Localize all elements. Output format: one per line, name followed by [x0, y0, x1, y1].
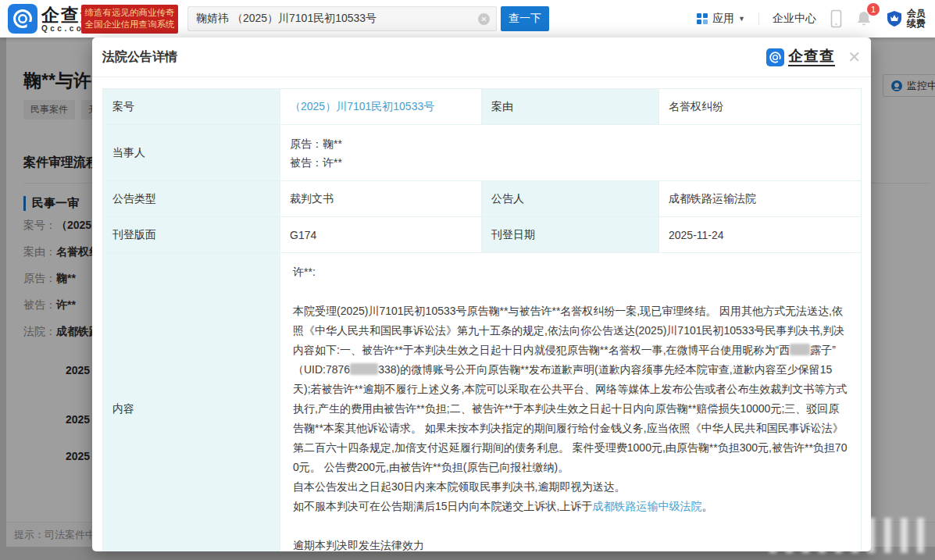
notifications-button[interactable]: 1 — [856, 10, 872, 27]
vip-crown-icon — [885, 9, 904, 28]
member-renew-button[interactable]: 会员 续费 — [885, 9, 926, 29]
slogan-banner: 缔造有远见的商业传奇 全国企业信用查询系统 — [81, 5, 178, 34]
announcement-type-value: 裁判文书 — [280, 181, 482, 217]
mobile-app-button[interactable] — [830, 9, 843, 28]
close-icon[interactable]: ✕ — [848, 49, 861, 65]
divider — [758, 12, 759, 25]
apps-grid-icon — [696, 12, 708, 25]
plaintiff-line: 原告：鞠** — [290, 134, 851, 153]
mobile-phone-icon — [830, 9, 843, 28]
slogan-line2: 全国企业信用查询系统 — [81, 19, 178, 30]
announcement-content: 许**: 本院受理(2025)川7101民初10533号原告鞠**与被告许**名… — [280, 253, 862, 552]
content-paragraph: 本院受理(2025)川7101民初10533号原告鞠**与被告许**名誉权纠纷一… — [293, 301, 848, 477]
qcc-logo-icon — [8, 4, 37, 34]
cause-value: 名誉权纠纷 — [659, 89, 862, 125]
table-row: 当事人 原告：鞠** 被告：许** — [103, 125, 862, 181]
party-value: 原告：鞠** 被告：许** — [280, 125, 862, 181]
cause-label: 案由 — [482, 89, 659, 125]
redacted-uid — [350, 363, 378, 375]
table-row: 刊登版面 G174 刊登日期 2025-11-24 — [103, 217, 862, 253]
publish-page-value: G174 — [280, 217, 482, 253]
content-paragraph: 自本公告发出之日起30日内来本院领取民事判决书,逾期即视为送达。 — [293, 477, 848, 497]
modal-header: 法院公告详情 企查查 ✕ — [92, 37, 871, 77]
qcc-logo-icon — [766, 48, 784, 66]
top-navbar: 企查查 Qcc.com 缔造有远见的商业传奇 全国企业信用查询系统 ✕ 查一下 … — [0, 0, 935, 37]
case-no-link[interactable]: （2025）川7101民初10533号 — [290, 100, 434, 112]
party-label: 当事人 — [103, 125, 280, 181]
appeal-court-link[interactable]: 成都铁路运输中级法院 — [592, 500, 701, 512]
caret-down-icon: ▼ — [738, 15, 745, 23]
redacted-nickname — [790, 344, 810, 355]
brand-name: 企查查 — [788, 48, 835, 66]
blank-line — [293, 516, 848, 536]
blank-line — [293, 282, 848, 301]
clear-search-icon[interactable]: ✕ — [478, 13, 490, 25]
table-row: 内容 许**: 本院受理(2025)川7101民初10533号原告鞠**与被告许… — [103, 253, 862, 552]
table-row: 公告类型 裁判文书 公告人 成都铁路运输法院 — [103, 181, 862, 217]
slogan-line1: 缔造有远见的商业传奇 — [81, 7, 178, 19]
content-label: 内容 — [103, 253, 280, 552]
content-salutation: 许**: — [293, 262, 848, 282]
apps-label: 应用 — [712, 12, 734, 26]
apps-menu[interactable]: 应用 ▼ — [696, 12, 745, 26]
content-paragraph: 如不服本判决可在公告期满后15日内向本院递交上诉状,上诉于成都铁路运输中级法院。 — [293, 497, 848, 516]
publish-page-label: 刊登版面 — [103, 217, 280, 253]
announcer-label: 公告人 — [482, 181, 659, 217]
case-no-label: 案号 — [103, 89, 280, 125]
table-row: 案号 （2025）川7101民初10533号 案由 名誉权纠纷 — [103, 89, 862, 125]
content-paragraph: 逾期本判决即发生法律效力 — [293, 536, 848, 551]
court-announcement-modal: 法院公告详情 企查查 ✕ 案号 （2025）川7101民初10533号 案由 名… — [92, 37, 871, 551]
announcement-type-label: 公告类型 — [103, 181, 280, 217]
announcer-value: 成都铁路运输法院 — [659, 181, 862, 217]
member-label: 会员 续费 — [907, 9, 926, 29]
enterprise-center-label: 企业中心 — [773, 12, 816, 26]
modal-title: 法院公告详情 — [102, 49, 177, 66]
notification-badge: 1 — [867, 3, 880, 16]
enterprise-center-link[interactable]: 企业中心 — [773, 12, 816, 26]
defendant-line: 被告：许** — [290, 153, 851, 172]
publish-date-label: 刊登日期 — [482, 217, 659, 253]
search-button[interactable]: 查一下 — [501, 6, 549, 31]
search-box[interactable]: ✕ — [187, 6, 497, 31]
publish-date-value: 2025-11-24 — [659, 217, 862, 253]
search-input[interactable] — [188, 12, 478, 25]
navbar-right: 应用 ▼ 企业中心 1 会员 续费 — [696, 0, 926, 37]
modal-brand: 企查查 — [766, 48, 835, 66]
announcement-detail-table: 案号 （2025）川7101民初10533号 案由 名誉权纠纷 当事人 原告：鞠… — [102, 88, 862, 551]
